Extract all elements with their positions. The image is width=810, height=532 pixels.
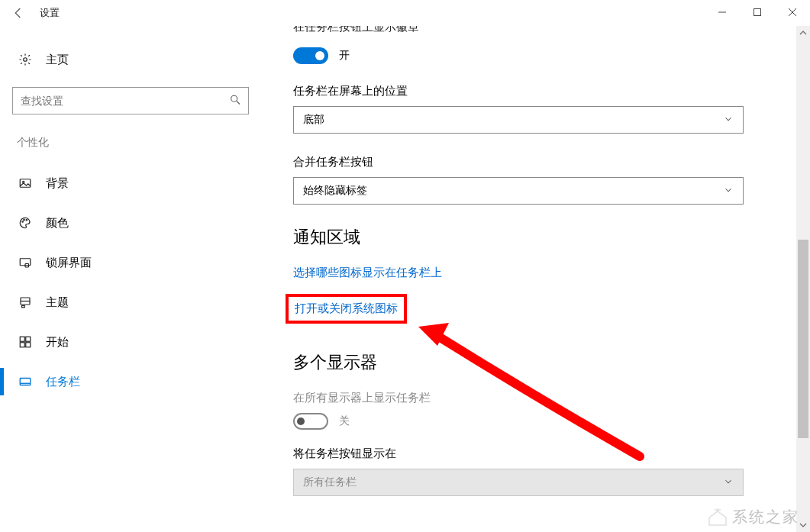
toggle-badges-state: 开 [339,49,350,63]
sidebar-item-label: 背景 [46,176,69,191]
maximize-button[interactable] [740,0,775,24]
svg-rect-7 [20,179,31,188]
gear-icon [17,53,34,66]
sidebar-category: 个性化 [12,136,249,150]
select-combine-buttons[interactable]: 始终隐藏标签 [293,177,744,205]
start-icon [17,335,34,349]
sidebar-item-taskbar[interactable]: 任务栏 [12,362,249,401]
theme-icon [17,295,34,309]
svg-rect-21 [20,379,31,385]
toggle-multi-display[interactable] [293,413,328,430]
label-combine-buttons: 合并任务栏按钮 [293,155,727,169]
sidebar-item-lockscreen[interactable]: 锁屏界面 [12,243,249,282]
toggle-multi-row: 关 [293,413,727,430]
sidebar-item-label: 开始 [46,335,69,350]
svg-rect-19 [20,343,24,347]
search-input[interactable] [12,87,249,114]
svg-line-6 [237,102,240,105]
vertical-scrollbar[interactable] [796,26,810,532]
select-value: 所有任务栏 [303,476,357,489]
toggle-multi-state: 关 [339,414,350,428]
window-titlebar: 设置 [0,0,810,26]
window-title: 设置 [40,6,60,20]
toggle-badges[interactable] [293,47,328,64]
svg-point-5 [231,95,237,102]
svg-rect-20 [26,343,31,347]
content-area: 在任务栏按钮上显示徽章 开 任务栏在屏幕上的位置 底部 合并任务栏按钮 始终隐藏… [261,26,810,532]
lockscreen-icon [17,256,34,269]
label-show-on-all-displays: 在所有显示器上显示任务栏 [293,391,727,405]
search-icon [229,94,241,108]
svg-rect-17 [20,337,24,341]
svg-rect-18 [26,337,31,341]
taskbar-icon [17,375,34,389]
sidebar-item-label: 颜色 [46,216,69,231]
sidebar-item-background[interactable]: 背景 [12,163,249,203]
sidebar: 主页 个性化 背景 颜色 [0,26,261,532]
svg-point-4 [24,58,27,62]
search-wrap [12,87,249,114]
svg-rect-1 [754,9,761,16]
chevron-down-icon [723,476,734,489]
svg-point-9 [22,221,24,223]
sidebar-item-label: 任务栏 [46,375,80,389]
sidebar-item-label: 主题 [46,295,69,310]
section-multiple-displays: 多个显示器 [293,351,727,374]
scrollbar-thumb[interactable] [798,240,808,438]
sidebar-item-theme[interactable]: 主题 [12,282,249,322]
svg-point-10 [24,219,25,221]
setting-label-badges: 在任务栏按钮上显示徽章 [293,26,727,34]
sidebar-item-start[interactable]: 开始 [12,322,249,362]
select-taskbar-position[interactable]: 底部 [293,106,744,134]
section-notification-area: 通知区域 [293,226,727,249]
sidebar-item-color[interactable]: 颜色 [12,203,249,243]
chevron-down-icon [723,185,734,198]
label-show-buttons-on: 将任务栏按钮显示在 [293,447,727,461]
link-select-taskbar-icons[interactable]: 选择哪些图标显示在任务栏上 [293,266,442,280]
sidebar-item-label: 锁屏界面 [46,256,92,270]
annotation-highlight: 打开或关闭系统图标 [286,294,407,324]
picture-icon [17,176,34,190]
sidebar-list: 背景 颜色 锁屏界面 主题 [12,163,249,401]
sidebar-home-label: 主页 [46,53,69,67]
toggle-badges-row: 开 [293,47,727,64]
select-value: 始终隐藏标签 [303,184,367,198]
sidebar-home[interactable]: 主页 [12,43,249,76]
svg-point-11 [26,220,27,221]
select-value: 底部 [303,113,324,127]
chevron-down-icon [723,114,734,127]
palette-icon [17,216,34,230]
select-show-buttons-on: 所有任务栏 [293,469,744,496]
label-taskbar-position: 任务栏在屏幕上的位置 [293,84,727,98]
scroll-up-icon[interactable] [796,26,810,40]
svg-rect-16 [22,306,25,308]
close-button[interactable] [775,0,810,24]
scroll-down-icon[interactable] [796,518,810,532]
back-button[interactable] [8,2,29,24]
minimize-button[interactable] [705,0,740,24]
window-controls [705,0,810,24]
link-system-icons[interactable]: 打开或关闭系统图标 [295,301,398,316]
